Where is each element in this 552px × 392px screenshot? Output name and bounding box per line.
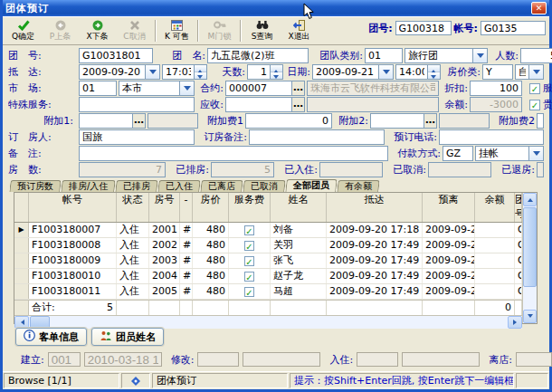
tab-已取消[interactable]: 已取消 <box>243 180 286 192</box>
toolbar-button-arrow-next[interactable]: X下条 <box>79 18 116 43</box>
tab-已入住[interactable]: 已入住 <box>158 180 201 192</box>
payment-combo[interactable] <box>475 146 544 161</box>
special-service-input[interactable] <box>79 97 195 112</box>
column-header-团号[interactable]: 团号 <box>515 193 522 222</box>
ellipsis-button[interactable]: … <box>292 97 305 112</box>
vertical-scrollbar[interactable] <box>522 193 537 323</box>
tab-排房/入住[interactable]: 排房/入住 <box>61 180 116 192</box>
ellipsis-button[interactable]: … <box>292 81 305 96</box>
toolbar-button-binoculars[interactable]: S查询 <box>243 18 281 43</box>
column-header-帐号[interactable]: 帐号 <box>29 193 117 222</box>
rate-type-name-input[interactable] <box>515 64 529 80</box>
vip-checkbox[interactable]: ✓ 贵宾 <box>529 98 552 111</box>
addon2-field[interactable]: … <box>370 113 437 129</box>
market-combo[interactable] <box>119 81 195 96</box>
column-header-房号[interactable]: 房号 <box>149 193 180 222</box>
chevron-down-icon[interactable] <box>529 146 544 161</box>
depart-time-spinner[interactable] <box>395 64 441 80</box>
tab-已排房[interactable]: 已排房 <box>116 180 158 192</box>
tab-全部团员[interactable]: 全部团员 <box>286 179 338 192</box>
spinner-buttons[interactable] <box>195 64 207 80</box>
team-type-code-input[interactable] <box>365 48 403 63</box>
column-header-姓名[interactable]: 姓名 <box>271 193 327 222</box>
arrive-time-input[interactable] <box>162 64 195 80</box>
arrive-date-combo[interactable] <box>79 64 160 80</box>
rate-type-combo[interactable] <box>515 64 544 80</box>
addon1-input[interactable] <box>79 113 133 129</box>
arrive-time-spinner[interactable] <box>162 64 207 80</box>
contract-field[interactable]: … <box>225 81 305 96</box>
cell-service_fee[interactable]: ✓ <box>229 238 271 253</box>
toolbar-button-check[interactable]: Q确定 <box>5 18 42 43</box>
table-row[interactable]: F1003180011入住2005#480✓马超2009-09-20 17:49… <box>14 284 522 300</box>
chevron-down-icon[interactable] <box>529 64 544 80</box>
table-row[interactable]: F1003180008入住2002#480✓关羽2009-09-20 17:49… <box>14 238 522 253</box>
member-names-button[interactable]: 团员姓名 <box>91 328 164 346</box>
payment-name-input[interactable] <box>475 146 529 161</box>
contract-no-input[interactable] <box>225 81 292 96</box>
toolbar-button-calendar[interactable]: K 可售 <box>158 18 195 43</box>
people-input[interactable] <box>520 48 552 63</box>
column-header-预离[interactable]: 预离 <box>423 193 475 222</box>
payment-code-input[interactable] <box>443 146 473 161</box>
toolbar-button-exit[interactable]: X退出 <box>281 18 318 43</box>
depart-time-input[interactable] <box>395 64 428 80</box>
market-name-input[interactable] <box>119 81 180 96</box>
team-type-combo[interactable] <box>404 48 488 63</box>
spinner-buttons[interactable] <box>271 64 283 80</box>
team-type-name-input[interactable] <box>404 48 473 63</box>
days-spinner[interactable] <box>247 64 283 80</box>
chevron-down-icon[interactable] <box>146 64 160 80</box>
booking-note-input[interactable] <box>249 129 385 145</box>
cell-service_fee[interactable]: ✓ <box>229 253 271 268</box>
account-no-input[interactable] <box>481 21 546 35</box>
cell-service_fee[interactable]: ✓ <box>229 269 271 283</box>
spinner-buttons[interactable] <box>428 64 441 80</box>
table-row[interactable]: F1003180010入住2004#480✓赵子龙2009-09-20 17:4… <box>14 269 522 284</box>
column-header-服务费[interactable]: 服务费 <box>229 193 271 222</box>
title-bar[interactable]: 团体预订 ✕ <box>3 0 549 16</box>
column-header-余额[interactable]: 余额 <box>475 193 515 222</box>
service-fee-checkbox[interactable]: ✓ 服务费 <box>529 81 552 95</box>
days-input[interactable] <box>247 64 271 80</box>
chevron-down-icon[interactable] <box>473 48 488 63</box>
chevron-down-icon[interactable] <box>379 64 394 80</box>
cell-service_fee[interactable]: ✓ <box>229 284 271 299</box>
tab-有余额[interactable]: 有余额 <box>338 180 380 192</box>
column-header--[interactable]: - <box>180 193 193 222</box>
booker-input[interactable] <box>79 129 195 145</box>
ellipsis-button[interactable]: … <box>424 113 437 129</box>
column-header-状态[interactable]: 状态 <box>117 193 149 222</box>
scrollbar-thumb[interactable] <box>523 207 537 287</box>
guest-info-button[interactable]: 客单信息 <box>15 328 87 346</box>
arrive-date-input[interactable] <box>79 64 146 80</box>
rate-type-code-input[interactable] <box>482 64 513 80</box>
scroll-up-icon[interactable] <box>523 193 537 206</box>
addon2-input[interactable] <box>370 113 424 129</box>
table-row[interactable]: F1003180009入住2003#480✓张飞2009-09-20 17:49… <box>14 253 522 269</box>
column-header-房价[interactable]: 房价 <box>193 193 229 222</box>
market-code-input[interactable] <box>79 81 117 96</box>
column-header-抵达[interactable]: 抵达 <box>327 193 423 222</box>
ellipsis-button[interactable]: … <box>133 113 146 129</box>
group-id-input[interactable] <box>79 48 153 63</box>
receivable-field[interactable]: … <box>225 97 305 112</box>
addon-fee1-input[interactable] <box>245 113 332 129</box>
close-button[interactable]: ✕ <box>531 2 547 14</box>
receivable-input[interactable] <box>225 97 292 112</box>
remark-input[interactable] <box>79 146 388 161</box>
group-name-input[interactable] <box>207 48 309 63</box>
phone-input[interactable] <box>439 129 544 145</box>
cell-service_fee[interactable]: ✓ <box>229 223 271 237</box>
tab-预订房数[interactable]: 预订房数 <box>9 180 61 192</box>
tab-已离店[interactable]: 已离店 <box>201 180 243 192</box>
table-row[interactable]: ▶F1003180007入住2001#480✓刘备2009-09-20 17:1… <box>14 223 522 238</box>
addon1-field[interactable]: … <box>79 113 146 129</box>
depart-date-combo[interactable] <box>312 64 394 80</box>
scroll-down-icon[interactable] <box>523 310 537 323</box>
group-no-input[interactable] <box>395 21 452 35</box>
depart-date-input[interactable] <box>312 64 379 80</box>
addon-fee2-input[interactable] <box>537 113 544 129</box>
discount-input[interactable] <box>470 81 522 96</box>
chevron-down-icon[interactable] <box>180 81 195 96</box>
